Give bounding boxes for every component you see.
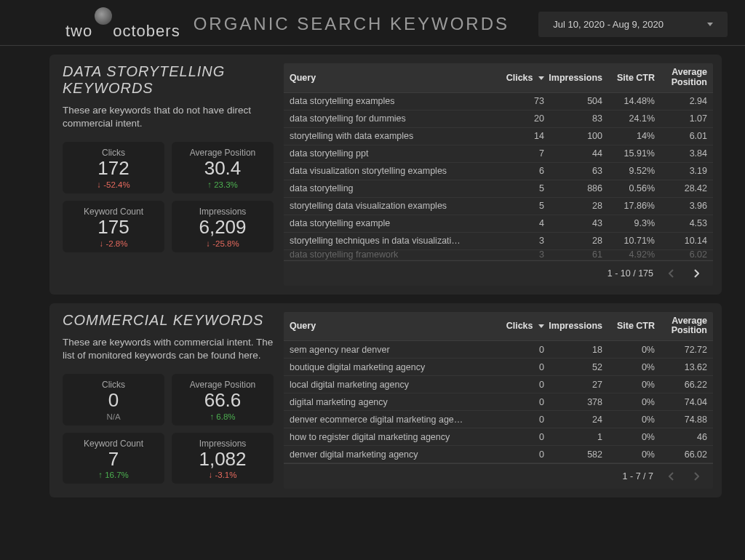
cell-query: storytelling techniques in data visualiz… <box>290 236 486 246</box>
cell-avg: 1.07 <box>655 113 707 124</box>
cell-query: how to register digital marketing agency <box>290 432 486 442</box>
cell-clicks: 73 <box>486 96 544 106</box>
page-title: ORGANIC SEARCH KEYWORDS <box>194 14 509 34</box>
cell-ctr: 14% <box>602 131 655 141</box>
cell-query: boutique digital marketing agency <box>290 362 486 372</box>
col-header-impressions[interactable]: Impressions <box>544 321 602 331</box>
cell-avg: 66.22 <box>655 380 707 390</box>
cell-impressions: 83 <box>544 113 602 124</box>
cell-clicks: 0 <box>486 362 544 372</box>
pager-prev-button[interactable] <box>665 267 678 280</box>
cell-avg: 4.53 <box>655 218 707 228</box>
table-body: data storytelling examples7350414.48%2.9… <box>284 93 713 260</box>
metric-value: 172 <box>70 158 157 179</box>
cell-query: data storytelling ppt <box>290 148 486 159</box>
table-row[interactable]: data visualization storytelling examples… <box>284 163 713 180</box>
cell-clicks: 20 <box>486 113 544 124</box>
cell-impressions: 504 <box>544 96 602 106</box>
pager-next-button[interactable] <box>690 267 703 280</box>
metric-label: Keyword Count <box>70 207 157 217</box>
table-row[interactable]: data storytelling framework3614.92%6.02 <box>284 250 713 260</box>
pagination-text: 1 - 10 / 175 <box>607 268 653 279</box>
table-row[interactable]: denver ecommerce digital marketing age…0… <box>284 411 713 428</box>
cell-impressions: 18 <box>544 345 602 355</box>
cell-query: storytelling with data examples <box>290 131 486 141</box>
col-header-avg[interactable]: Average Position <box>655 316 707 337</box>
table-footer: 1 - 10 / 175 <box>284 260 713 286</box>
col-header-query[interactable]: Query <box>290 73 486 83</box>
metric-delta: ↓ -25.8% <box>179 239 266 248</box>
cell-impressions: 61 <box>544 250 602 260</box>
cell-avg: 74.04 <box>655 397 707 407</box>
cell-clicks: 6 <box>486 166 544 176</box>
table-row[interactable]: data storytelling ppt74415.91%3.84 <box>284 145 713 163</box>
section-commercial: COMMERCIAL KEYWORDS These are keywords w… <box>49 303 722 498</box>
table-row[interactable]: data storytelling example4439.3%4.53 <box>284 215 713 233</box>
table-row[interactable]: data storytelling for dummies208324.1%1.… <box>284 111 713 128</box>
col-header-impressions[interactable]: Impressions <box>544 73 602 83</box>
col-header-clicks[interactable]: Clicks <box>486 321 544 331</box>
cell-query: data storytelling <box>290 183 486 193</box>
metric-delta: ↑ 16.7% <box>70 471 157 479</box>
col-header-ctr[interactable]: Site CTR <box>602 73 655 83</box>
cell-ctr: 0% <box>602 380 655 390</box>
col-header-avg[interactable]: Average Position <box>655 68 707 88</box>
table-row[interactable]: local digital marketing agency0270%66.22 <box>284 376 713 393</box>
date-range-picker[interactable]: Jul 10, 2020 - Aug 9, 2020 <box>538 12 728 37</box>
metric-label: Impressions <box>179 439 266 449</box>
cell-avg: 13.62 <box>655 362 707 372</box>
table-row[interactable]: data storytelling58860.56%28.42 <box>284 180 713 198</box>
cell-avg: 66.02 <box>655 449 707 460</box>
cell-avg: 3.96 <box>655 201 707 211</box>
cell-ctr: 24.1% <box>602 113 655 124</box>
pagination-text: 1 - 7 / 7 <box>623 471 653 481</box>
date-range-label: Jul 10, 2020 - Aug 9, 2020 <box>553 19 664 30</box>
col-header-ctr[interactable]: Site CTR <box>602 321 655 331</box>
cell-ctr: 0% <box>602 449 655 460</box>
cell-impressions: 43 <box>544 218 602 228</box>
brand-word-left: two <box>65 22 92 41</box>
cell-clicks: 3 <box>486 236 544 246</box>
metric-value: 66.6 <box>179 390 266 411</box>
cell-impressions: 63 <box>544 166 602 176</box>
cell-query: sem agency near denver <box>290 345 486 355</box>
section-title: COMMERCIAL KEYWORDS <box>63 312 274 329</box>
section-description: These are keywords with commercial inten… <box>63 336 274 362</box>
cell-ctr: 0.56% <box>602 183 655 193</box>
table-row[interactable]: storytelling with data examples1410014%6… <box>284 128 713 145</box>
cell-query: storytelling data visualization examples <box>290 201 486 211</box>
col-header-query[interactable]: Query <box>290 321 486 331</box>
cell-avg: 6.01 <box>655 131 707 141</box>
cell-clicks: 0 <box>486 397 544 407</box>
header: two octobers ORGANIC SEARCH KEYWORDS Jul… <box>0 0 745 46</box>
table-row[interactable]: boutique digital marketing agency0520%13… <box>284 359 713 376</box>
cell-impressions: 1 <box>544 432 602 442</box>
cell-clicks: 0 <box>486 432 544 442</box>
table-row[interactable]: storytelling data visualization examples… <box>284 198 713 215</box>
cell-impressions: 582 <box>544 449 602 460</box>
col-header-clicks[interactable]: Clicks <box>486 73 544 83</box>
metric-card: Average Position30.4↑ 23.3% <box>172 142 274 193</box>
cell-avg: 10.14 <box>655 236 707 246</box>
table-row[interactable]: how to register digital marketing agency… <box>284 428 713 446</box>
cell-impressions: 27 <box>544 380 602 390</box>
cell-ctr: 0% <box>602 415 655 425</box>
pager-next-button[interactable] <box>690 470 703 483</box>
pager-prev-button[interactable] <box>665 470 678 483</box>
cell-ctr: 4.92% <box>602 250 655 260</box>
table-row[interactable]: storytelling techniques in data visualiz… <box>284 233 713 250</box>
metric-label: Keyword Count <box>70 439 157 449</box>
table-row[interactable]: digital marketing agency03780%74.04 <box>284 393 713 411</box>
cell-query: data storytelling framework <box>290 250 486 260</box>
metric-value: 0 <box>70 390 157 411</box>
metric-card: Clicks172↓ -52.4% <box>63 142 164 193</box>
table-row[interactable]: denver digital marketing agency05820%66.… <box>284 446 713 463</box>
metric-value: 175 <box>70 217 157 238</box>
table-row[interactable]: sem agency near denver0180%72.72 <box>284 341 713 359</box>
table-body: sem agency near denver0180%72.72boutique… <box>284 341 713 463</box>
cell-clicks: 5 <box>486 183 544 193</box>
cell-clicks: 0 <box>486 345 544 355</box>
cell-impressions: 100 <box>544 131 602 141</box>
cell-query: data visualization storytelling examples <box>290 166 486 176</box>
table-row[interactable]: data storytelling examples7350414.48%2.9… <box>284 93 713 111</box>
